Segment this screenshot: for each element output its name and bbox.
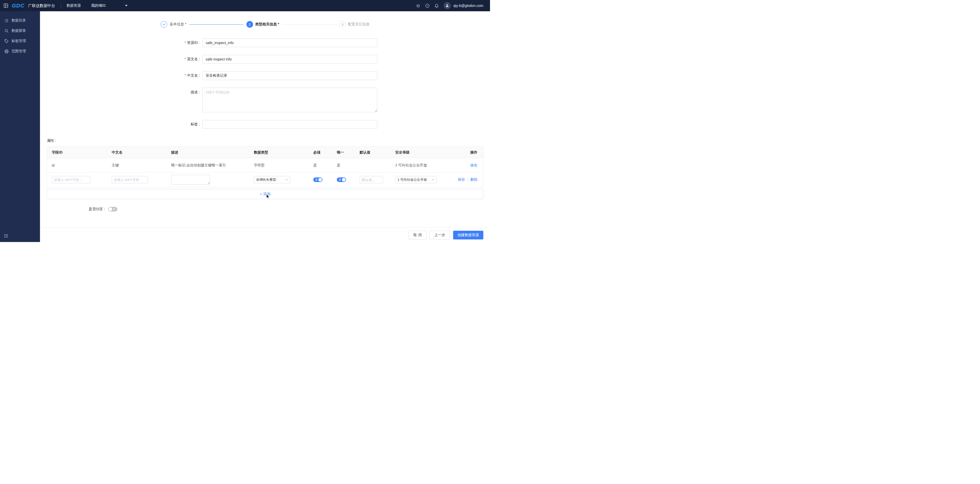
nav-data-resources[interactable]: 数据资源 xyxy=(67,3,81,8)
sidebar: 数据目录 数据探查 标签管理 范围管理 xyxy=(0,11,40,242)
account-menu[interactable]: qiy-b@glodon.com xyxy=(444,2,483,9)
previous-step-button[interactable]: 上一步 xyxy=(430,231,450,240)
data-explore-icon xyxy=(4,29,9,33)
domain-selector[interactable]: 我的域01 xyxy=(91,3,127,8)
add-field-button[interactable]: + 添加 xyxy=(47,189,483,199)
step-connector xyxy=(282,24,336,25)
english-name-label: *英文名 : xyxy=(150,57,202,62)
new-description-textarea[interactable] xyxy=(171,175,210,185)
unique-toggle[interactable]: 是 xyxy=(337,177,346,182)
sidebar-item-label: 数据探查 xyxy=(11,29,26,33)
attributes-section: 属性 : 字段ID 中文名 描述 数据类型 必须 唯一 默认值 安全等级 操作 … xyxy=(40,139,490,211)
new-chinese-name-input[interactable] xyxy=(112,176,148,183)
toggle-knob xyxy=(318,178,322,182)
col-header: 必须 xyxy=(309,150,332,155)
field-id-cell: id xyxy=(47,163,107,168)
step-type-info[interactable]: 2 类型相关信息 * xyxy=(247,21,279,28)
step-label: 基本信息 * xyxy=(170,22,186,27)
footer-action-bar: 取 消 上一步 创建数据资源 xyxy=(40,228,490,242)
sidebar-item-tag-management[interactable]: 标签管理 xyxy=(0,36,40,46)
col-header: 默认值 xyxy=(355,150,391,155)
edit-row-link[interactable]: 修改 xyxy=(470,163,477,168)
description-cell: 唯一标识,会自动创建主键唯一索引 xyxy=(167,163,249,168)
sidebar-item-label: 标签管理 xyxy=(11,39,26,43)
toggle-knob xyxy=(108,208,112,211)
partition-label: 是否分区 : xyxy=(89,207,105,211)
chevron-down-icon xyxy=(432,179,434,181)
tag-input[interactable] xyxy=(202,120,377,129)
col-header: 安全等级 xyxy=(391,150,457,155)
data-type-select[interactable]: 自增长长整型 xyxy=(254,176,290,183)
main-content: 基本信息 * 2 类型相关信息 * 3 配置其它信息 *资源ID : *英文名 … xyxy=(40,11,490,242)
step-basic-info[interactable]: 基本信息 * xyxy=(161,21,186,28)
required-mark: * xyxy=(185,57,186,61)
step-label: 类型相关信息 * xyxy=(255,22,279,27)
bug-report-icon[interactable] xyxy=(416,3,420,8)
new-default-value-input[interactable] xyxy=(360,176,383,183)
col-header: 中文名 xyxy=(107,150,167,155)
security-level-cell: 1 可向社会公众开放 xyxy=(391,163,457,168)
plus-icon: + xyxy=(260,192,262,196)
required-mark: * xyxy=(185,73,186,77)
col-header: 字段ID xyxy=(47,150,107,155)
security-level-select[interactable]: 1 可向社会公众开放 xyxy=(395,176,437,183)
step-other-config[interactable]: 3 配置其它信息 xyxy=(339,21,370,28)
chevron-down-icon xyxy=(285,179,288,181)
new-field-id-input[interactable] xyxy=(52,176,91,183)
sidebar-collapse-button[interactable] xyxy=(3,233,8,239)
table-edit-row: 自增长长整型 是 是 xyxy=(47,173,483,187)
avatar xyxy=(444,2,451,9)
resource-form: *资源ID : *英文名 : *中文名 : 描述 : 标签 : xyxy=(150,38,380,129)
check-circle-icon xyxy=(161,21,167,28)
attributes-title: 属性 : xyxy=(47,139,483,143)
apps-menu-icon[interactable] xyxy=(3,3,8,8)
step-label: 配置其它信息 xyxy=(348,22,370,27)
description-label: 描述 : xyxy=(150,88,202,94)
partition-row: 是否分区 : 否 xyxy=(89,207,483,211)
required-toggle[interactable]: 是 xyxy=(313,177,323,182)
create-resource-button[interactable]: 创建数据资源 xyxy=(453,231,483,240)
chinese-name-label: *中文名 : xyxy=(150,73,202,78)
chinese-name-input[interactable] xyxy=(202,71,377,80)
cancel-button[interactable]: 取 消 xyxy=(409,231,426,240)
required-cell: 是 xyxy=(309,163,332,168)
table-row: id 主键 唯一标识,会自动创建主键唯一索引 字符型 是 是 1 可向社会公众开… xyxy=(47,158,483,173)
resource-id-label: *资源ID : xyxy=(150,40,202,45)
add-field-label: 添加 xyxy=(263,192,270,196)
toggle-knob xyxy=(342,178,345,182)
unique-cell: 是 xyxy=(332,163,355,168)
resource-id-input[interactable] xyxy=(202,38,377,47)
step-number: 3 xyxy=(339,21,346,28)
col-header: 描述 xyxy=(167,150,249,155)
svg-text:?: ? xyxy=(427,4,428,7)
partition-toggle[interactable]: 否 xyxy=(108,207,117,211)
app-title: 广联达数据中台 xyxy=(28,3,55,8)
required-mark: * xyxy=(185,40,186,45)
tag-icon xyxy=(4,39,9,43)
notification-bell-icon[interactable] xyxy=(434,3,439,8)
sidebar-item-label: 范围管理 xyxy=(11,49,26,54)
sidebar-item-scope-management[interactable]: 范围管理 xyxy=(0,46,40,56)
domain-label: 我的域01 xyxy=(91,3,106,8)
col-header: 操作 xyxy=(457,150,483,155)
fields-table: 字段ID 中文名 描述 数据类型 必须 唯一 默认值 安全等级 操作 id 主键… xyxy=(47,147,483,187)
save-row-link[interactable]: 保存 xyxy=(458,177,465,182)
step-number: 2 xyxy=(247,21,253,28)
description-textarea[interactable] xyxy=(202,88,377,112)
chevron-down-icon xyxy=(125,5,127,6)
sidebar-item-data-catalog[interactable]: 数据目录 xyxy=(0,15,40,26)
delete-row-link[interactable]: 删除 xyxy=(468,177,477,182)
data-type-cell: 字符型 xyxy=(249,163,309,168)
sidebar-item-data-explore[interactable]: 数据探查 xyxy=(0,26,40,36)
brand-logo: GDC xyxy=(12,3,25,9)
topbar: GDC 广联达数据中台 数据资源 我的域01 ? xyxy=(0,0,490,11)
help-icon[interactable]: ? xyxy=(425,3,430,8)
data-catalog-icon xyxy=(4,18,9,23)
english-name-input[interactable] xyxy=(202,55,377,64)
sidebar-item-label: 数据目录 xyxy=(11,18,26,23)
globe-icon xyxy=(4,49,9,54)
steps-indicator: 基本信息 * 2 类型相关信息 * 3 配置其它信息 xyxy=(40,21,490,28)
chinese-name-cell: 主键 xyxy=(107,163,167,168)
user-email: qiy-b@glodon.com xyxy=(453,3,483,8)
step-connector xyxy=(189,24,243,25)
